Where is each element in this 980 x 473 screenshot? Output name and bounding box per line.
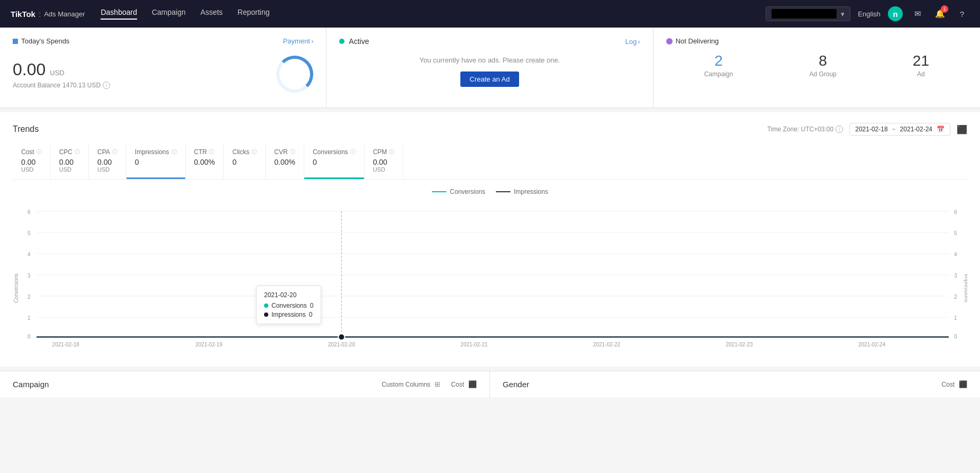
metric-conversions[interactable]: Conversions ⓘ 0 — [304, 144, 365, 179]
metric-cvr-val: 0.00% — [274, 158, 295, 166]
brand-sub: Ads Manager — [44, 10, 85, 18]
metric-cpm[interactable]: CPM ⓘ 0.00 USD — [365, 144, 404, 179]
gender-cost-label: Cost — [941, 381, 955, 388]
not-delivering-icon — [666, 38, 673, 44]
campaign-bottom-title: Campaign — [13, 380, 49, 389]
svg-text:0: 0 — [28, 334, 31, 340]
date-to: 2021-02-24 — [900, 126, 932, 133]
timezone-info-icon[interactable]: i — [836, 126, 843, 133]
info-icon: ⓘ — [37, 148, 42, 156]
nav-assets[interactable]: Assets — [201, 8, 223, 20]
gender-export-icon[interactable]: ⬛ — [959, 380, 967, 388]
legend-conversions-line — [432, 191, 447, 192]
metric-clicks[interactable]: Clicks ⓘ 0 — [224, 144, 266, 179]
notification-icon[interactable]: 🔔 1 — [932, 6, 947, 21]
not-delivering-header: Not Delivering — [666, 37, 967, 45]
no-ads-message: You currently have no ads. Please create… — [339, 56, 640, 64]
legend-impressions-label: Impressions — [514, 188, 548, 195]
info-icon: ⓘ — [389, 148, 394, 156]
mail-icon[interactable]: ✉ — [910, 6, 925, 21]
export-icon[interactable]: ⬛ — [957, 124, 967, 135]
spends-card: Today's Spends Payment › 0.00 USD Accoun… — [0, 28, 326, 108]
metric-cpc-unit: USD — [59, 166, 80, 173]
info-icon: ⓘ — [209, 148, 214, 156]
log-link[interactable]: Log › — [625, 38, 640, 46]
gender-bottom-card: Gender Cost ⬛ — [490, 371, 980, 397]
trend-chart[interactable]: 6 5 4 3 2 1 0 Conversions 6 5 4 3 2 1 0 … — [13, 201, 967, 354]
svg-text:1: 1 — [954, 315, 957, 321]
gender-controls: Cost ⬛ — [941, 380, 967, 388]
metric-cpa[interactable]: CPA ⓘ 0.00 USD — [89, 144, 126, 179]
spends-title: Today's Spends — [21, 37, 69, 45]
svg-text:2021-02-21: 2021-02-21 — [460, 342, 488, 347]
not-delivering-card: Not Delivering 2 Campaign 8 Ad Group 21 … — [654, 28, 980, 108]
campaign-export-icon[interactable]: ⬛ — [468, 380, 477, 388]
date-range-picker[interactable]: 2021-02-18 ~ 2021-02-24 📅 — [849, 123, 950, 136]
nav-reporting[interactable]: Reporting — [238, 8, 270, 20]
donut-chart — [276, 50, 313, 98]
metric-cvr-label: CVR ⓘ — [274, 148, 295, 156]
nd-adgroup-label: Ad Group — [809, 70, 836, 78]
svg-text:3: 3 — [28, 273, 31, 279]
top-cards: Today's Spends Payment › 0.00 USD Accoun… — [0, 28, 980, 108]
svg-text:2021-02-23: 2021-02-23 — [725, 342, 753, 347]
avatar[interactable]: n — [888, 6, 903, 21]
donut-visual — [276, 56, 313, 93]
info-icon: ⓘ — [350, 148, 356, 156]
calendar-icon: 📅 — [937, 126, 945, 133]
metric-cpa-val: 0.00 — [97, 158, 117, 166]
custom-columns-label: Custom Columns — [382, 381, 430, 388]
chevron-right-icon: › — [638, 38, 640, 46]
svg-text:Impressions: Impressions — [964, 274, 967, 302]
spends-icon — [13, 39, 18, 44]
metric-cpc-label: CPC ⓘ — [59, 148, 80, 156]
chart-legend: Conversions Impressions — [13, 188, 967, 195]
metric-cpm-label: CPM ⓘ — [373, 148, 395, 156]
nd-campaign-num: 2 — [704, 52, 733, 69]
svg-text:4: 4 — [28, 252, 31, 257]
nav-dashboard[interactable]: Dashboard — [101, 8, 137, 20]
nd-campaign: 2 Campaign — [704, 52, 733, 78]
metric-ctr[interactable]: CTR ⓘ 0.00% — [186, 144, 224, 179]
metric-cost-val: 0.00 — [21, 158, 42, 166]
metric-ctr-label: CTR ⓘ — [194, 148, 215, 156]
svg-text:6: 6 — [28, 209, 31, 215]
metric-clicks-val: 0 — [232, 158, 257, 166]
svg-text:1: 1 — [28, 315, 31, 321]
nd-ad-num: 21 — [913, 52, 929, 69]
metric-cvr[interactable]: CVR ⓘ 0.00% — [266, 144, 304, 179]
brand-tiktok: TikTok — [11, 10, 35, 19]
chevron-down-icon: ▾ — [841, 10, 845, 18]
metrics-row: Cost ⓘ 0.00 USD CPC ⓘ 0.00 USD CPA ⓘ 0.0… — [13, 144, 967, 180]
create-ad-button[interactable]: Create an Ad — [460, 72, 520, 87]
campaign-controls: Custom Columns ⊞ Cost ⬛ — [382, 380, 477, 388]
help-icon[interactable]: ? — [955, 6, 969, 21]
metric-cpa-label: CPA ⓘ — [97, 148, 117, 156]
metric-clicks-label: Clicks ⓘ — [232, 148, 257, 156]
payment-link[interactable]: Payment › — [283, 37, 314, 45]
metric-impressions-label: Impressions ⓘ — [135, 148, 177, 156]
language-selector[interactable]: English — [858, 10, 881, 18]
svg-text:4: 4 — [954, 252, 957, 257]
timezone-label: Time Zone: UTC+03:00 i — [767, 126, 843, 133]
nav-campaign[interactable]: Campaign — [152, 8, 186, 20]
spends-card-header: Today's Spends Payment › — [13, 37, 313, 45]
metric-conversions-label: Conversions ⓘ — [313, 148, 356, 156]
svg-text:2021-02-20: 2021-02-20 — [328, 342, 356, 347]
metric-cost[interactable]: Cost ⓘ 0.00 USD — [13, 144, 51, 179]
metric-cpa-unit: USD — [97, 166, 117, 173]
nd-ad-label: Ad — [913, 70, 929, 78]
custom-columns-icon[interactable]: ⊞ — [434, 380, 440, 388]
trends-title: Trends — [13, 124, 39, 134]
balance-info-icon[interactable]: i — [103, 82, 110, 89]
nav-right: ▾ English n ✉ 🔔 1 ? — [766, 6, 969, 21]
not-delivering-label: Not Delivering — [666, 37, 719, 45]
metric-impressions[interactable]: Impressions ⓘ 0 — [126, 144, 186, 179]
info-icon: ⓘ — [290, 148, 295, 156]
trends-controls: Time Zone: UTC+03:00 i 2021-02-18 ~ 2021… — [767, 123, 967, 136]
legend-conversions: Conversions — [432, 188, 485, 195]
active-status: Active — [339, 37, 369, 46]
account-selector[interactable]: ▾ — [766, 6, 850, 21]
metric-cpc[interactable]: CPC ⓘ 0.00 USD — [51, 144, 89, 179]
nd-ad: 21 Ad — [913, 52, 929, 78]
